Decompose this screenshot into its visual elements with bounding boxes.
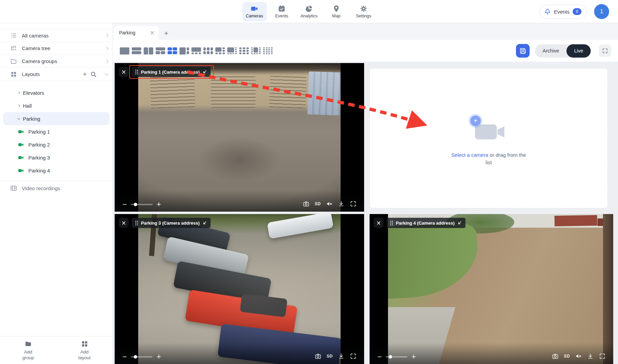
zoom-out-button[interactable]: − xyxy=(122,201,127,207)
toolbar-right: Archive Live xyxy=(516,44,611,58)
layout-1-plus-3-bottom-icon[interactable] xyxy=(191,47,201,55)
nav-tab-events[interactable]: Events xyxy=(270,2,294,21)
tab-parking[interactable]: Parking × xyxy=(114,26,159,40)
camera-tile-parking-3[interactable]: 2023-10-04 11:41:03 × Parking 3 (Camera … xyxy=(115,214,364,364)
snapshot-icon[interactable] xyxy=(303,200,310,207)
layout-4x4-icon[interactable] xyxy=(263,47,273,55)
tree-item-elevators[interactable]: Elevators xyxy=(0,86,113,99)
layout-2-cols-icon[interactable] xyxy=(144,47,153,55)
fullscreen-icon[interactable] xyxy=(599,353,606,360)
live-button[interactable]: Live xyxy=(566,44,591,58)
sidebar-item-camera-tree[interactable]: Camera tree xyxy=(0,42,113,55)
camera-tile-parking-1[interactable]: × Parking 1 (Camera address) − + SD xyxy=(115,63,364,212)
save-layout-button[interactable] xyxy=(516,44,530,58)
download-icon[interactable] xyxy=(338,200,345,207)
add-layout-icon[interactable]: + xyxy=(83,71,87,77)
nav-tab-settings[interactable]: Settings xyxy=(351,2,376,21)
tree-item-parking[interactable]: Parking xyxy=(3,112,110,125)
camera-tile-parking-4[interactable]: 2023-10-04 11:41:08 × Parking 4 (Camera … xyxy=(370,214,613,364)
zoom-slider[interactable] xyxy=(386,356,407,358)
bell-icon xyxy=(544,9,551,15)
mute-icon[interactable] xyxy=(575,353,582,360)
zoom-in-button[interactable]: + xyxy=(411,354,416,360)
zoom-slider[interactable] xyxy=(131,356,153,358)
layout-1-plus-2-bottom-icon[interactable] xyxy=(156,47,165,55)
camera-title: Parking 3 (Camera address) xyxy=(141,221,200,226)
fullscreen-icon[interactable] xyxy=(350,353,357,360)
new-tab-button[interactable]: + xyxy=(164,30,168,37)
fullscreen-icon[interactable] xyxy=(350,200,357,207)
fullscreen-layout-button[interactable] xyxy=(599,45,611,57)
download-icon[interactable] xyxy=(587,353,594,360)
camera-item-parking-4[interactable]: Parking 4 xyxy=(0,164,113,177)
nav-tab-analytics[interactable]: Analytics xyxy=(297,2,321,21)
sidebar-sections: All cameras Camera tree Camera groups La… xyxy=(0,29,113,81)
video-scene xyxy=(138,214,341,364)
collapse-arrow-icon[interactable] xyxy=(202,70,207,74)
layout-1-plus-5-icon[interactable] xyxy=(215,47,225,55)
archive-button[interactable]: Archive xyxy=(535,44,566,58)
remove-camera-button[interactable]: × xyxy=(119,67,129,77)
camera-item-parking-1[interactable]: Parking 1 xyxy=(0,125,113,138)
zoom-slider-handle[interactable] xyxy=(389,355,392,359)
empty-camera-slot[interactable]: + Select a camera or drag from the list xyxy=(370,63,613,212)
tree-item-hall[interactable]: Hall xyxy=(0,99,113,112)
add-group-button[interactable]: Add group xyxy=(0,336,56,364)
remove-camera-button[interactable]: × xyxy=(119,218,129,228)
user-avatar[interactable]: 1 xyxy=(594,4,609,19)
drag-grip-icon xyxy=(390,221,393,226)
layout-picker xyxy=(120,47,273,55)
zoom-slider-handle[interactable] xyxy=(134,355,137,359)
layout-single-icon[interactable] xyxy=(120,47,129,55)
add-camera-plus-icon[interactable]: + xyxy=(470,116,481,126)
events-button[interactable]: Events 0 xyxy=(540,5,587,19)
sidebar-item-video-recordings[interactable]: Video recordings xyxy=(0,181,113,196)
camera-title-pill-parking-3[interactable]: Parking 3 (Camera address) xyxy=(132,218,211,228)
camera-item-parking-3[interactable]: Parking 3 xyxy=(0,151,113,164)
remove-camera-button[interactable]: × xyxy=(374,218,384,228)
search-icon[interactable] xyxy=(90,71,97,78)
chevron-down-icon[interactable] xyxy=(104,72,108,75)
tab-close-icon[interactable]: × xyxy=(150,30,155,36)
layout-2x2-icon[interactable] xyxy=(168,47,177,55)
zoom-in-button[interactable]: + xyxy=(156,201,161,207)
zoom-slider-handle[interactable] xyxy=(134,203,137,206)
zoom-out-button[interactable]: − xyxy=(377,354,382,360)
chevron-right-icon xyxy=(17,91,20,94)
zoom-slider[interactable] xyxy=(131,204,153,205)
camera-item-parking-2[interactable]: Parking 2 xyxy=(0,138,113,151)
collapse-arrow-icon[interactable] xyxy=(202,221,207,225)
layout-3x3-icon[interactable] xyxy=(239,47,249,55)
layout-1-plus-11-icon[interactable] xyxy=(251,47,261,55)
layout-2x3-icon[interactable] xyxy=(203,47,213,55)
camera-title-pill-parking-4[interactable]: Parking 4 (Camera address) xyxy=(387,218,465,228)
sidebar-item-label: All cameras xyxy=(22,33,105,39)
add-layout-button[interactable]: Add layout xyxy=(56,336,113,364)
chevron-right-icon xyxy=(104,59,108,63)
layout-2-rows-icon[interactable] xyxy=(132,47,141,55)
zoom-in-button[interactable]: + xyxy=(156,354,161,360)
sidebar-item-all-cameras[interactable]: All cameras xyxy=(0,29,113,42)
fullscreen-icon xyxy=(602,48,608,54)
archive-live-toggle: Archive Live xyxy=(535,44,591,58)
nav-tab-map[interactable]: Map xyxy=(324,2,349,21)
camera-title-pill-parking-1[interactable]: Parking 1 (Camera address) xyxy=(132,67,211,77)
quality-badge[interactable]: SD xyxy=(564,354,570,359)
layout-1-plus-7-icon[interactable] xyxy=(227,47,237,55)
download-icon[interactable] xyxy=(338,353,345,360)
quality-badge[interactable]: SD xyxy=(315,201,321,206)
quality-badge[interactable]: SD xyxy=(327,354,333,359)
snapshot-icon[interactable] xyxy=(552,353,559,360)
camera-grid: × Parking 1 (Camera address) − + SD xyxy=(113,62,618,364)
snapshot-icon[interactable] xyxy=(315,353,321,360)
nav-tab-cameras[interactable]: Cameras xyxy=(242,2,267,21)
video-parking-3: 2023-10-04 11:41:03 xyxy=(138,214,341,364)
layout-1-plus-2-right-icon[interactable] xyxy=(179,47,189,55)
collapse-arrow-icon[interactable] xyxy=(457,221,462,225)
empty-slot-card[interactable]: + Select a camera or drag from the list xyxy=(370,68,608,208)
sidebar-item-layouts[interactable]: Layouts + xyxy=(0,68,113,81)
zoom-out-button[interactable]: − xyxy=(122,354,127,360)
select-camera-link[interactable]: Select a camera xyxy=(451,152,488,158)
mute-icon[interactable] xyxy=(326,200,333,207)
sidebar-item-camera-groups[interactable]: Camera groups xyxy=(0,55,113,68)
